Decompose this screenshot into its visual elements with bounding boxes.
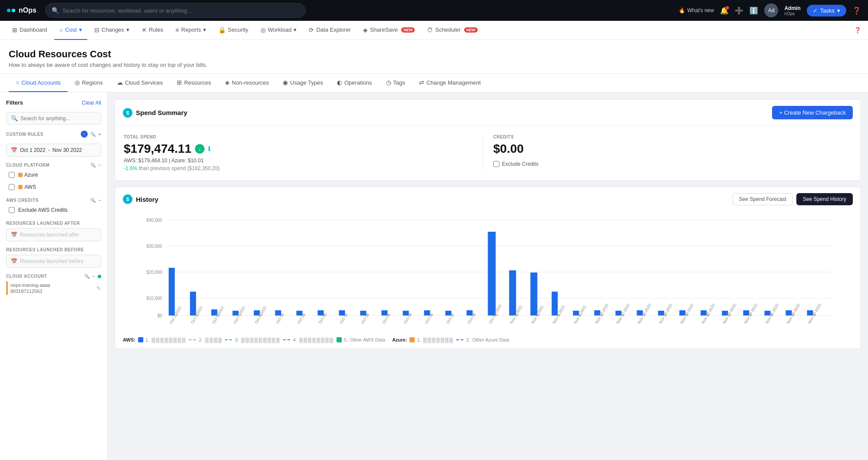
tab-resources[interactable]: ⊞ Resources [170,74,218,92]
svg-text:$30,000: $30,000 [146,244,162,249]
exclude-credits-checkbox[interactable] [493,161,499,167]
calendar-icon: 📅 [11,147,17,153]
custom-rules-add-icon[interactable]: + [81,131,88,138]
azure-legend-dot-2 [456,339,463,341]
svg-rect-46 [552,292,558,315]
tab-operations[interactable]: ◐ Operations [330,74,379,92]
sidebar-search[interactable]: 🔍 [6,112,101,125]
cloud-accounts-tab-icon: ○ [16,79,19,86]
create-chargeback-button[interactable]: + Create New Chargeback [772,106,853,119]
nav-item-rules[interactable]: ✕ Rules [136,21,168,40]
tab-tags[interactable]: ◷ Tags [379,74,412,92]
total-spend-label: TOTAL SPEND [124,135,472,139]
azure-legend-label: Azure: [392,337,407,342]
changes-chevron: ▾ [126,26,129,33]
nav-item-dashboard[interactable]: ⊞ Dashboard [7,21,53,40]
azure-checkbox[interactable] [9,172,15,178]
nav-item-data-explorer[interactable]: ⟳ Data Explorer [304,21,356,40]
azure-legend-item-2: 2. Other Azure Data [456,337,509,342]
sidebar-search-input[interactable] [20,115,96,122]
aws-credits-minus[interactable]: − [99,198,101,203]
exclude-credits-row: Exclude Credits [493,161,842,167]
sharesave-icon: ◈ [363,26,368,33]
change-management-tab-icon: ⇄ [419,79,424,86]
search-input[interactable] [63,7,299,14]
aws-credits-search-icon[interactable]: 🔍 [90,198,96,203]
cloud-account-search-icon[interactable]: 🔍 [84,274,90,279]
tasks-button[interactable]: ✓ Tasks ▾ [807,5,846,16]
tab-regions[interactable]: ◎ Regions [68,74,110,92]
tab-cloud-services[interactable]: ☁ Cloud Services [110,74,170,92]
exclude-aws-credits-checkbox[interactable] [9,207,15,213]
main-content: $ Spend Summary + Create New Chargeback … [108,92,868,460]
see-spend-forecast-button[interactable]: See Spend Forecast [733,193,793,205]
exclude-aws-credits-label[interactable]: Exclude AWS Credits [18,207,68,213]
nav-label-reports: Reports [181,26,201,33]
cloud-account-edit-icon[interactable]: ✎ [96,285,101,292]
tab-change-management[interactable]: ⇄ Change Management [412,74,488,92]
spend-summary-card: $ Spend Summary + Create New Chargeback … [115,99,861,181]
notification-bell[interactable]: 🔔 [720,7,729,15]
nav-item-sharesave[interactable]: ◈ ShareSave NEW [358,21,420,40]
svg-rect-10 [169,268,175,315]
exclude-credits-label[interactable]: Exclude Credits [502,161,538,167]
cloud-platform-label: CLOUD PLATFORM [6,163,50,168]
aws-label[interactable]: AWS [18,184,36,190]
search-icon: 🔍 [52,7,59,14]
avatar[interactable]: Ad [764,3,778,17]
azure-legend-item-1: 1. ▓▓▓▓▓▓▓ [409,337,453,342]
nav-item-changes[interactable]: ⊟ Changes ▾ [89,21,135,40]
date-range-picker[interactable]: 📅 Oct 1 2022 - Nov 30 2022 [6,144,101,157]
nav-item-workload[interactable]: ◎ Workload ▾ [255,21,302,40]
nav-item-cost[interactable]: ○ Cost ▾ [54,21,87,40]
tab-non-resources[interactable]: ◈ Non-resources [218,74,276,92]
tab-usage-types[interactable]: ◉ Usage Types [276,74,330,92]
cloud-account-color-bar [6,281,8,295]
app-logo[interactable]: nOps [7,7,36,14]
nav-item-reports[interactable]: ≡ Reports ▾ [170,21,211,40]
nav-item-security[interactable]: 🔒 Security [213,21,254,40]
logo-icon [7,9,15,12]
resources-launched-after-input[interactable]: 📅 Resources launched after [6,228,101,241]
add-button[interactable]: ➕ [735,7,743,15]
launched-after-calendar-icon: 📅 [11,232,17,238]
nav-item-scheduler[interactable]: ⏱ Scheduler NEW [422,21,483,40]
resources-launched-before-input[interactable]: 📅 Resources launched before [6,255,101,268]
aws-checkbox[interactable] [9,184,15,190]
usage-types-tab-icon: ◉ [283,79,288,86]
see-spend-history-button[interactable]: See Spend History [796,193,853,205]
info-icon[interactable]: ℹ️ [749,7,758,15]
spend-summary-title: $ Spend Summary [123,108,187,118]
aws-credits-section: AWS CREDITS 🔍 − Exclude AWS Credits [6,198,101,215]
cloud-account-minus[interactable]: − [92,274,95,279]
search-bar[interactable]: 🔍 [45,3,306,18]
user-info: Admin nOps [784,5,800,16]
total-spend-amount: $179,474.11 ↓ ℹ [124,142,472,156]
tasks-icon: ✓ [813,7,818,14]
azure-label[interactable]: Azure [18,172,38,178]
changes-icon: ⊟ [94,26,99,33]
tab-cloud-accounts[interactable]: ○ Cloud Accounts [9,74,68,92]
clear-all-button[interactable]: Clear All [82,100,101,106]
spend-info-icon[interactable]: ℹ [208,145,210,152]
whats-new-button[interactable]: 🔥 What's new [679,7,714,13]
nav-help[interactable]: ❓ [854,27,861,33]
azure-spend-text: Azure: $10.01 [171,158,204,164]
credits-block: CREDITS $0.00 Exclude Credits [482,135,852,171]
aws-legend-n-1: 1. [145,337,149,342]
scheduler-icon: ⏱ [427,26,433,33]
history-header: $ History See Spend Forecast See Spend H… [115,187,861,211]
nav-label-security: Security [228,26,248,33]
custom-rules-search-icon[interactable]: 🔍 [90,132,96,137]
launched-after-placeholder: Resources launched after [20,232,79,238]
operations-tab-icon: ◐ [337,79,342,86]
history-chart: $40,000 $30,000 $20,000 $10,000 $0 [123,216,853,329]
help-icon[interactable]: ❓ [852,7,861,15]
azure-checkbox-item: Azure [6,170,101,180]
cloud-platform-minus[interactable]: − [99,163,101,168]
aws-legend-text-5: Other AWS Data [350,337,385,342]
spend-change-text: than previous spend ($182,350.20) [139,165,220,171]
custom-rules-add-btn[interactable]: + [99,132,101,137]
aws-checkbox-item: AWS [6,182,101,192]
cloud-platform-search-icon[interactable]: 🔍 [90,163,96,168]
